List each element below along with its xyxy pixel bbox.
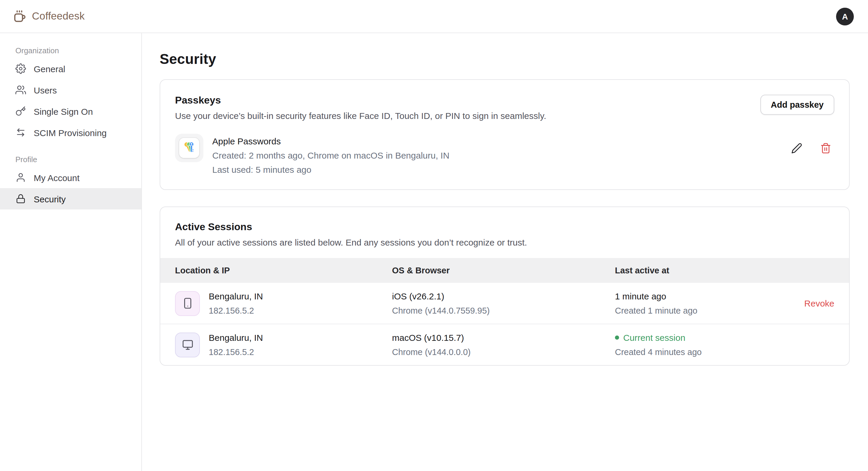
session-ip: 182.156.5.2 — [209, 306, 263, 315]
column-header-location-ip: Location & IP — [175, 266, 392, 275]
sidebar-section-profile: Profile — [0, 151, 141, 167]
sidebar-item-label: My Account — [34, 173, 80, 182]
revoke-session-link[interactable]: Revoke — [804, 298, 834, 308]
smartphone-icon — [175, 291, 200, 316]
session-location: Bengaluru, IN — [209, 291, 263, 301]
sidebar-item-single-sign-on[interactable]: Single Sign On — [0, 100, 141, 122]
avatar[interactable]: A — [836, 7, 854, 25]
active-sessions-description: All of your active sessions are listed b… — [175, 237, 834, 247]
session-os: macOS (v10.15.7) — [392, 332, 615, 343]
passkeys-description: Use your device’s built-in security feat… — [175, 111, 546, 121]
sidebar-item-scim-provisioning[interactable]: SCIM Provisioning — [0, 122, 141, 143]
sidebar-item-label: Single Sign On — [34, 106, 93, 116]
brand-name: Coffeedesk — [32, 10, 85, 23]
trash-icon — [820, 142, 831, 153]
sidebar-item-security[interactable]: Security — [0, 188, 141, 209]
sidebar-item-label: Security — [34, 194, 66, 204]
session-os: iOS (v26.2.1) — [392, 291, 615, 301]
sidebar-item-label: SCIM Provisioning — [34, 127, 107, 138]
sidebar-item-label: Users — [34, 85, 57, 95]
session-browser: Chrome (v144.0.7559.95) — [392, 306, 615, 315]
session-ip: 182.156.5.2 — [209, 347, 263, 357]
session-row-macos: Bengaluru, IN 182.156.5.2 macOS (v10.15.… — [160, 324, 849, 365]
passkeys-title: Passkeys — [175, 95, 546, 107]
active-sessions-title: Active Sessions — [175, 221, 834, 233]
session-created: Created 1 minute ago — [615, 306, 802, 315]
page-title: Security — [160, 51, 850, 67]
passkey-name: Apple Passwords — [212, 136, 789, 146]
sidebar: Organization General Users Single Sign O… — [0, 33, 142, 471]
edit-passkey-button[interactable] — [789, 140, 805, 156]
main-content: Security Passkeys Use your device’s buil… — [142, 33, 868, 471]
passkey-last-used: Last used: 5 minutes ago — [212, 165, 789, 175]
top-header: Coffeedesk A — [0, 0, 868, 33]
current-session-badge: Current session — [615, 332, 802, 343]
avatar-initial: A — [842, 11, 848, 21]
brand-logo[interactable]: Coffeedesk — [13, 9, 85, 23]
app-window: Coffeedesk A Organization General Users — [0, 0, 868, 471]
session-last-active: 1 minute ago — [615, 291, 802, 301]
session-created: Created 4 minutes ago — [615, 347, 802, 357]
active-sessions-card: Active Sessions All of your active sessi… — [160, 207, 850, 366]
key-icon — [16, 106, 26, 117]
desktop-monitor-icon — [175, 332, 200, 357]
sidebar-item-my-account[interactable]: My Account — [0, 167, 141, 188]
sync-arrows-icon — [16, 127, 26, 138]
passkey-item: Apple Passwords Created: 2 months ago, C… — [175, 134, 834, 175]
add-passkey-button[interactable]: Add passkey — [760, 95, 834, 115]
apple-passwords-icon — [175, 134, 204, 162]
session-location: Bengaluru, IN — [209, 332, 263, 343]
column-header-last-active: Last active at — [615, 266, 802, 275]
column-header-os-browser: OS & Browser — [392, 266, 615, 275]
sidebar-item-general[interactable]: General — [0, 58, 141, 79]
current-session-dot — [615, 335, 619, 340]
session-row-ios: Bengaluru, IN 182.156.5.2 iOS (v26.2.1) … — [160, 283, 849, 324]
passkey-created: Created: 2 months ago, Chrome on macOS i… — [212, 150, 789, 160]
sidebar-item-label: General — [34, 64, 65, 74]
sidebar-section-organization: Organization — [0, 42, 141, 58]
sidebar-item-users[interactable]: Users — [0, 79, 141, 100]
passkeys-card: Passkeys Use your device’s built-in secu… — [160, 79, 850, 190]
sessions-table-header: Location & IP OS & Browser Last active a… — [160, 258, 849, 283]
gear-icon — [16, 63, 26, 74]
pencil-icon — [791, 142, 802, 153]
coffee-cup-icon — [13, 9, 27, 23]
delete-passkey-button[interactable] — [818, 140, 834, 156]
users-icon — [16, 85, 26, 95]
session-browser: Chrome (v144.0.0.0) — [392, 347, 615, 357]
lock-icon — [16, 194, 26, 204]
session-last-active: Current session — [623, 332, 685, 343]
user-icon — [16, 172, 26, 183]
